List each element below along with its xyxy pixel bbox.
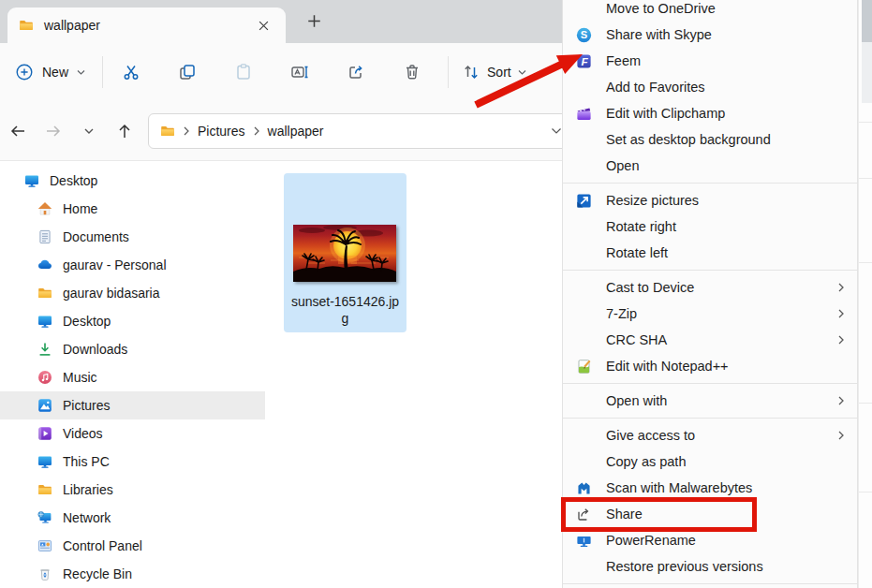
desktop-icon <box>37 314 52 329</box>
scrollbar-track[interactable] <box>858 0 872 588</box>
address-bar[interactable]: Pictures wallpaper <box>148 113 574 149</box>
paste-button[interactable] <box>215 63 272 81</box>
sidebar-item-onedrive-personal[interactable]: gaurav - Personal <box>0 251 265 279</box>
tab-wallpaper[interactable]: wallpaper <box>7 7 286 43</box>
sidebar-item-documents[interactable]: Documents <box>0 223 265 251</box>
sidebar-item-home[interactable]: Home <box>0 195 265 223</box>
skype-icon: S <box>572 26 595 43</box>
menu-item-rotate-right[interactable]: Rotate right <box>563 213 857 240</box>
download-arrow-icon <box>37 342 52 357</box>
trash-icon <box>403 63 421 81</box>
sidebar-item-downloads[interactable]: Downloads <box>0 335 265 363</box>
file-item-sunset-jpg[interactable]: sunset-1651426.jpg <box>284 173 406 332</box>
copy-icon <box>178 63 197 81</box>
back-button[interactable] <box>0 123 36 140</box>
videos-icon <box>37 426 52 441</box>
recent-locations-button[interactable] <box>71 125 107 138</box>
desktop-icon <box>24 173 39 188</box>
menu-item-edit-with-clipchamp[interactable]: Edit with Clipchamp <box>563 100 857 126</box>
menu-item-rotate-left[interactable]: Rotate left <box>563 240 857 266</box>
share-icon <box>347 63 365 81</box>
new-button[interactable]: New <box>13 57 95 87</box>
plus-circle-icon <box>15 63 34 81</box>
menu-item-give-access-to[interactable]: Give access to <box>563 422 857 448</box>
back-icon <box>9 123 26 140</box>
sidebar-item-label: Videos <box>63 426 103 441</box>
sidebar-item-network[interactable]: Network <box>0 504 265 532</box>
chevron-down-icon <box>82 125 96 138</box>
sidebar-item-recycle-bin[interactable]: Recycle Bin <box>0 560 265 588</box>
sidebar-item-this-pc[interactable]: This PC <box>0 448 265 476</box>
breadcrumb-chevron-icon <box>254 126 259 136</box>
folder-icon <box>37 286 52 301</box>
tab-label: wallpaper <box>44 18 253 33</box>
menu-item-open-with[interactable]: Open with <box>563 388 857 414</box>
menu-item-cast-to-device[interactable]: Cast to Device <box>563 274 857 301</box>
sidebar-item-label: Home <box>63 201 97 216</box>
sidebar-item-gaurav-bidasaria[interactable]: gaurav bidasaria <box>0 279 265 307</box>
sort-label: Sort <box>487 65 511 80</box>
menu-item-scan-with-malwarebytes[interactable]: Scan with Malwarebytes <box>563 475 857 501</box>
menu-item-copy-as-path[interactable]: Copy as path <box>563 448 857 475</box>
breadcrumb-pictures[interactable]: Pictures <box>198 124 245 139</box>
strip-divider <box>859 178 872 179</box>
menu-item-restore-previous-versions[interactable]: Restore previous versions <box>563 553 857 580</box>
forward-button[interactable] <box>36 123 71 140</box>
network-icon <box>37 510 52 525</box>
menu-separator <box>563 270 857 271</box>
close-icon[interactable] <box>253 18 274 34</box>
submenu-chevron-icon <box>838 283 844 292</box>
notepad-plus-plus-icon <box>572 358 595 375</box>
menu-item-set-as-desktop-background[interactable]: Set as desktop background <box>563 126 857 153</box>
sidebar-item-label: gaurav - Personal <box>63 257 167 272</box>
menu-item-powerrename[interactable]: PowerRename <box>563 527 857 553</box>
sidebar-item-libraries[interactable]: Libraries <box>0 476 265 504</box>
sidebar-item-label: Desktop <box>63 314 111 329</box>
svg-text:S: S <box>580 29 586 40</box>
sidebar-item-pictures[interactable]: Pictures <box>0 391 265 419</box>
toolbar-divider <box>448 56 449 88</box>
copy-button[interactable] <box>159 63 215 81</box>
menu-item-share[interactable]: Share <box>563 501 857 527</box>
share-button[interactable] <box>328 63 384 81</box>
menu-item-feem[interactable]: F Feem <box>563 48 857 74</box>
malwarebytes-icon <box>572 479 595 496</box>
sidebar-item-label: Pictures <box>63 398 111 413</box>
scrollbar-thumb[interactable] <box>862 0 872 42</box>
powerrename-icon <box>572 532 595 549</box>
paste-icon <box>234 63 253 81</box>
new-button-label: New <box>42 65 68 80</box>
cut-button[interactable] <box>103 63 159 81</box>
strip-divider <box>859 492 872 492</box>
control-panel-icon <box>37 538 52 553</box>
menu-item-move-to-onedrive[interactable]: Move to OneDrive <box>563 0 857 22</box>
sidebar-item-videos[interactable]: Videos <box>0 419 265 448</box>
sidebar-item-desktop[interactable]: Desktop <box>0 167 265 195</box>
share-icon <box>572 506 595 522</box>
sidebar-item-label: Downloads <box>63 342 127 357</box>
sidebar-item-desktop-2[interactable]: Desktop <box>0 307 265 335</box>
menu-item-add-to-favorites[interactable]: Add to Favorites <box>563 74 857 100</box>
chevron-down-icon <box>77 69 85 76</box>
menu-item-crc-sha[interactable]: CRC SHA <box>563 327 857 353</box>
delete-button[interactable] <box>384 63 440 81</box>
sidebar-item-label: This PC <box>63 454 110 469</box>
new-tab-button[interactable] <box>302 14 326 28</box>
address-dropdown-button[interactable] <box>551 127 562 135</box>
up-button[interactable] <box>107 123 142 140</box>
sort-button[interactable]: Sort <box>462 63 526 81</box>
menu-item-share-with-skype[interactable]: S Share with Skype <box>563 22 857 48</box>
menu-item-resize-pictures[interactable]: Resize pictures <box>563 187 857 213</box>
home-icon <box>37 201 52 216</box>
context-menu: Move to OneDrive S Share with Skype F Fe… <box>562 0 858 588</box>
sidebar-item-label: Documents <box>63 229 129 244</box>
rename-icon <box>290 63 309 81</box>
sidebar-item-music[interactable]: Music <box>0 363 265 391</box>
menu-item-open[interactable]: Open <box>563 153 857 179</box>
menu-item-7-zip[interactable]: 7-Zip <box>563 301 857 327</box>
sidebar-item-control-panel[interactable]: Control Panel <box>0 532 265 560</box>
rename-button[interactable] <box>272 63 328 81</box>
menu-item-edit-with-notepad-plus-plus[interactable]: Edit with Notepad++ <box>563 353 857 379</box>
sidebar-item-label: Recycle Bin <box>63 566 132 581</box>
breadcrumb-wallpaper[interactable]: wallpaper <box>268 124 324 139</box>
